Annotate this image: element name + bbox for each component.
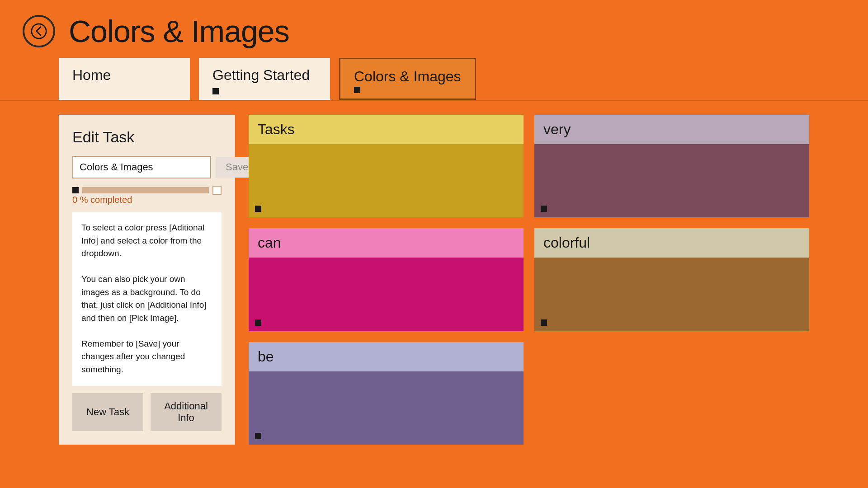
edit-input-row: Save	[72, 156, 222, 178]
progress-bar-bg	[82, 187, 209, 193]
task-card-dot	[255, 319, 261, 326]
instructions-text: To select a color press [Aditional Info]…	[72, 212, 222, 386]
main-content: Edit Task Save 0 % completed To select a…	[0, 101, 868, 458]
tab-colors-images[interactable]: Colors & Images	[339, 58, 476, 100]
page-title: Colors & Images	[69, 14, 289, 49]
task-card-very[interactable]: very	[534, 115, 809, 217]
bottom-buttons: New Task Additional Info	[72, 393, 222, 431]
task-card-dot	[541, 206, 547, 212]
task-card-body	[249, 258, 524, 331]
task-card-label: Tasks	[249, 115, 524, 144]
progress-end-marker	[212, 186, 222, 195]
task-card-label: very	[534, 115, 809, 144]
task-card-body	[534, 258, 809, 331]
progress-label: 0 % completed	[72, 195, 222, 205]
task-card-tasks[interactable]: Tasks	[249, 115, 524, 217]
task-card-can[interactable]: can	[249, 228, 524, 331]
back-button[interactable]	[23, 15, 55, 47]
tasks-grid: Tasks very can colorful	[249, 115, 809, 445]
edit-panel: Edit Task Save 0 % completed To select a…	[59, 115, 235, 445]
task-card-label: can	[249, 228, 524, 258]
task-card-body	[249, 144, 524, 217]
task-card-body	[534, 144, 809, 217]
nav-tabs: Home Getting Started Colors & Images	[0, 58, 868, 100]
progress-start-dot	[72, 187, 79, 193]
tab-getting-started[interactable]: Getting Started	[199, 58, 330, 100]
task-card-colorful[interactable]: colorful	[534, 228, 809, 331]
svg-point-0	[32, 24, 46, 38]
task-card-body	[249, 371, 524, 445]
progress-section: 0 % completed	[72, 186, 222, 205]
task-card-label: be	[249, 342, 524, 371]
new-task-button[interactable]: New Task	[72, 393, 143, 431]
additional-info-button[interactable]: Additional Info	[151, 393, 222, 431]
task-card-be[interactable]: be	[249, 342, 524, 445]
tab-home[interactable]: Home	[59, 58, 190, 100]
tab-dot-active	[354, 87, 360, 93]
task-card-dot	[255, 206, 261, 212]
task-name-input[interactable]	[72, 156, 211, 178]
task-card-dot	[541, 319, 547, 326]
task-card-dot	[255, 433, 261, 439]
edit-panel-title: Edit Task	[72, 128, 222, 146]
task-card-label: colorful	[534, 228, 809, 258]
header: Colors & Images	[0, 0, 868, 58]
progress-bar-container	[72, 186, 222, 195]
tab-dot	[212, 88, 219, 94]
